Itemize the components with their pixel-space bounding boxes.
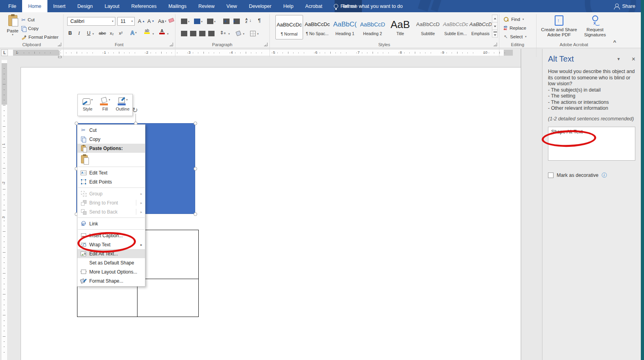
- horizontal-ruler[interactable]: 1 1 2 3 4 5 6 7 8 9 10: [8, 50, 513, 56]
- line-spacing-icon[interactable]: ⇕≡: [220, 30, 226, 36]
- shape-fill-button[interactable]: ▾ Fill: [97, 96, 113, 114]
- menu-item-copy[interactable]: Copy: [77, 135, 145, 144]
- table-cell[interactable]: [137, 279, 198, 317]
- shape-style-button[interactable]: ▾ Style: [79, 96, 96, 114]
- table-cell[interactable]: [137, 230, 198, 279]
- style-subtitle[interactable]: AaBbCcD Subtitle: [414, 15, 442, 39]
- pane-options-chevron-icon[interactable]: ▼: [617, 57, 621, 61]
- clipboard-group: Paste ▾ ✂ Cut Copy Format Painter Clipbo…: [0, 12, 63, 48]
- sort-icon[interactable]: A Z: [245, 18, 248, 23]
- mark-decorative-checkbox[interactable]: [548, 172, 554, 178]
- styles-gallery-more-button[interactable]: [492, 30, 498, 38]
- tab-review[interactable]: Review: [192, 0, 220, 12]
- menu-item-edit-points[interactable]: Edit Points: [77, 177, 145, 186]
- menu-item-more-layout-options[interactable]: More Layout Options...: [77, 267, 145, 276]
- menu-item-format-shape[interactable]: Format Shape...: [77, 276, 145, 285]
- font-color-chevron-icon[interactable]: ▾: [167, 32, 169, 36]
- paragraph-group-label: Paragraph: [175, 42, 269, 47]
- highlight-color-button[interactable]: ab: [144, 29, 150, 34]
- shading-icon[interactable]: [235, 30, 241, 36]
- justify-icon[interactable]: [208, 31, 215, 36]
- cut-button[interactable]: ✂ Cut: [21, 16, 35, 24]
- styles-scroll-up-button[interactable]: [492, 15, 498, 22]
- paragraph-dialog-launcher-icon[interactable]: [264, 43, 267, 46]
- request-signatures-button[interactable]: Request Signatures: [580, 15, 610, 38]
- copy-button[interactable]: Copy: [21, 24, 39, 32]
- rotate-handle-icon[interactable]: ↻: [132, 106, 138, 114]
- clear-formatting-button[interactable]: [169, 19, 174, 22]
- style-heading1[interactable]: AaBbC( Heading 1: [331, 15, 359, 39]
- replace-button[interactable]: abac Replace: [504, 24, 526, 32]
- increase-indent-icon[interactable]: [233, 19, 240, 24]
- paste-chevron-icon[interactable]: ▾: [4, 33, 21, 36]
- grow-font-button[interactable]: A▲: [138, 18, 145, 24]
- align-left-icon[interactable]: [181, 31, 187, 36]
- shape-outline-button[interactable]: ▾ Outline: [115, 96, 131, 114]
- paste-keep-formatting-button[interactable]: [77, 153, 145, 165]
- share-button[interactable]: Share: [614, 0, 635, 12]
- info-icon[interactable]: i: [602, 172, 607, 178]
- font-color-button[interactable]: A: [159, 29, 165, 34]
- tab-acrobat[interactable]: Acrobat: [299, 0, 328, 12]
- selection-handle-bottom-right[interactable]: [194, 212, 197, 216]
- document-scroll-gutter[interactable]: [521, 49, 542, 360]
- vertical-ruler[interactable]: 1 2 3: [2, 60, 7, 360]
- tab-developer[interactable]: Developer: [243, 0, 277, 12]
- menu-item-set-default-shape[interactable]: Set as Default Shape: [77, 258, 145, 267]
- clipboard-dialog-launcher-icon[interactable]: [58, 43, 61, 46]
- tab-stop-selector[interactable]: L: [1, 49, 8, 56]
- font-size-combo[interactable]: 11▾: [117, 17, 135, 26]
- superscript-button[interactable]: x²: [119, 31, 122, 36]
- shrink-font-button[interactable]: A▼: [147, 18, 154, 24]
- borders-icon[interactable]: [250, 31, 256, 36]
- selection-handle-middle-right[interactable]: [194, 167, 197, 171]
- style-subtle-emphasis[interactable]: AaBbCcDc Subtle Em...: [442, 15, 469, 39]
- tab-view[interactable]: View: [220, 0, 243, 12]
- paste-button[interactable]: Paste ▾: [4, 15, 21, 45]
- tab-file[interactable]: File: [2, 0, 22, 12]
- decrease-indent-icon[interactable]: [223, 19, 230, 24]
- font-dialog-launcher-icon[interactable]: [169, 43, 173, 46]
- style-no-spacing[interactable]: AaBbCcDc ¶ No Spac...: [303, 15, 331, 39]
- italic-button[interactable]: I: [78, 30, 80, 36]
- tab-layout[interactable]: Layout: [99, 0, 126, 12]
- style-title[interactable]: AaB Title: [386, 15, 414, 39]
- pilcrow-icon[interactable]: ¶: [258, 17, 261, 23]
- styles-scroll-down-button[interactable]: [492, 22, 498, 30]
- bullets-icon[interactable]: [181, 19, 187, 24]
- underline-chevron-icon[interactable]: ▾: [92, 32, 94, 36]
- collapse-ribbon-icon[interactable]: ^: [613, 39, 616, 45]
- find-button[interactable]: Find ▾: [504, 15, 524, 23]
- create-share-pdf-button[interactable]: Create and Share Adobe PDF: [539, 15, 580, 38]
- tab-home[interactable]: Home: [22, 0, 47, 12]
- align-center-icon[interactable]: [190, 31, 196, 36]
- numbering-icon[interactable]: [194, 19, 200, 24]
- tab-design[interactable]: Design: [72, 0, 99, 12]
- select-button[interactable]: ↖ Select ▾: [504, 33, 527, 41]
- tell-me-search[interactable]: Tell me what you want to do: [334, 0, 403, 12]
- style-normal[interactable]: AaBbCcDc ¶ Normal: [275, 15, 303, 39]
- tab-help[interactable]: Help: [277, 0, 299, 12]
- change-case-button[interactable]: Aa▾: [158, 19, 166, 24]
- tab-insert[interactable]: Insert: [47, 0, 72, 12]
- format-painter-button[interactable]: Format Painter: [21, 33, 58, 41]
- align-right-icon[interactable]: [199, 31, 205, 36]
- multilevel-list-icon[interactable]: [207, 19, 213, 24]
- strikethrough-button[interactable]: abe: [99, 31, 106, 36]
- underline-button[interactable]: U: [87, 30, 90, 36]
- selection-handle-top-right[interactable]: [194, 122, 197, 125]
- menu-item-link[interactable]: Link: [77, 219, 145, 228]
- menu-item-cut[interactable]: ✂ Cut: [77, 126, 145, 135]
- font-name-combo[interactable]: Calibri▾: [67, 17, 115, 26]
- style-heading2[interactable]: AaBbCcD Heading 2: [359, 15, 386, 39]
- highlight-chevron-icon[interactable]: ▾: [153, 32, 154, 36]
- text-effects-button[interactable]: A▾: [130, 30, 137, 36]
- bold-button[interactable]: B: [68, 30, 72, 36]
- pane-close-icon[interactable]: ×: [632, 56, 635, 63]
- styles-dialog-launcher-icon[interactable]: [493, 43, 497, 46]
- menu-item-edit-text[interactable]: Edit Text: [77, 168, 145, 177]
- tab-mailings[interactable]: Mailings: [162, 0, 192, 12]
- subscript-button[interactable]: x₂: [110, 31, 114, 36]
- style-emphasis[interactable]: AaBbCcDc Emphasis: [469, 15, 491, 39]
- tab-references[interactable]: References: [125, 0, 162, 12]
